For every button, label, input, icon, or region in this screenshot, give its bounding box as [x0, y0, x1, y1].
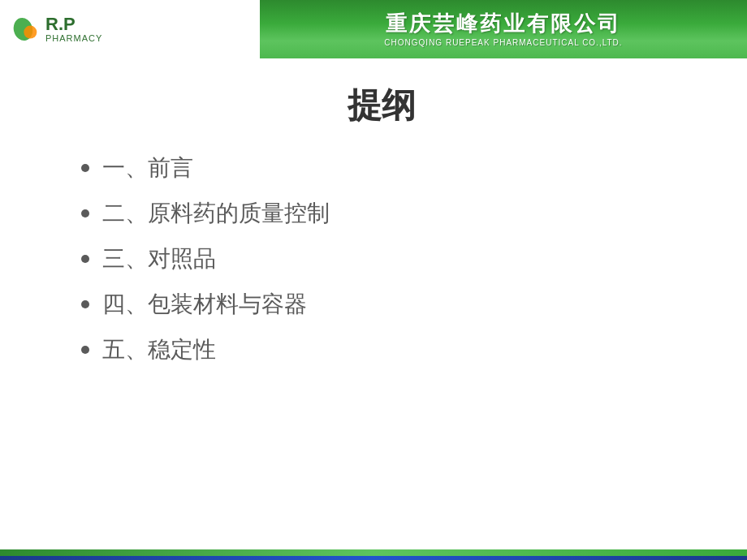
- bullet-dot-icon: [81, 164, 89, 172]
- list-item: 二、原料药的质量控制: [81, 198, 698, 229]
- logo-leaf-icon: [13, 16, 39, 42]
- footer-green-bar: [0, 549, 747, 556]
- logo-pharmacy: PHARMACY: [45, 33, 102, 43]
- header-logo: R.P PHARMACY: [0, 0, 260, 58]
- bullet-dot-icon: [81, 209, 89, 218]
- list-item: 一、前言: [81, 153, 698, 183]
- bullet-dot-icon: [81, 300, 89, 308]
- list-item: 五、稳定性: [81, 334, 698, 365]
- bullet-dot-icon: [81, 346, 89, 354]
- main-content: 提纲 一、前言二、原料药的质量控制三、对照品四、包装材料与容器五、稳定性: [0, 58, 747, 549]
- bullet-dot-icon: [81, 255, 89, 263]
- slide: R.P PHARMACY 重庆芸峰药业有限公司 CHONGQING RUEPEA…: [0, 0, 747, 560]
- company-english-name: CHONGQING RUEPEAK PHARMACEUTICAL CO.,LTD…: [384, 38, 622, 47]
- list-item: 四、包装材料与容器: [81, 289, 698, 320]
- logo-graphic: R.P PHARMACY: [13, 15, 102, 43]
- slide-title: 提纲: [65, 83, 698, 128]
- bullet-text: 一、前言: [102, 153, 193, 183]
- list-item: 三、对照品: [81, 243, 698, 274]
- company-chinese-name: 重庆芸峰药业有限公司: [386, 11, 621, 37]
- svg-point-1: [24, 26, 37, 39]
- bullet-text: 三、对照品: [102, 243, 216, 274]
- logo-text: R.P PHARMACY: [45, 15, 102, 43]
- logo-rp: R.P: [45, 15, 102, 33]
- header-company: 重庆芸峰药业有限公司 CHONGQING RUEPEAK PHARMACEUTI…: [260, 0, 747, 58]
- footer-blue-bar: [0, 556, 747, 560]
- bullet-text: 二、原料药的质量控制: [102, 198, 330, 229]
- header: R.P PHARMACY 重庆芸峰药业有限公司 CHONGQING RUEPEA…: [0, 0, 747, 58]
- bullet-text: 五、稳定性: [102, 334, 216, 365]
- bullet-text: 四、包装材料与容器: [102, 289, 307, 320]
- bullet-list: 一、前言二、原料药的质量控制三、对照品四、包装材料与容器五、稳定性: [65, 153, 698, 365]
